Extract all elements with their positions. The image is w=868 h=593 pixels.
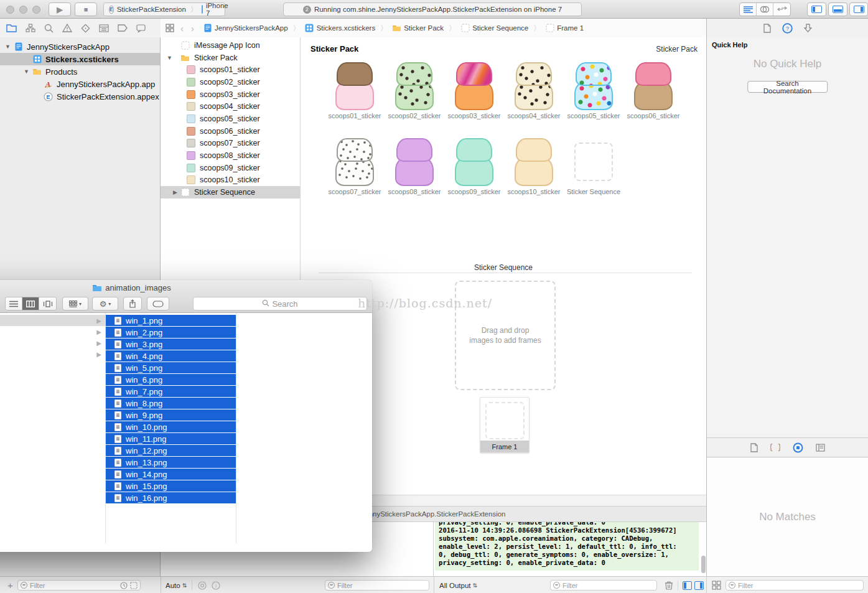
toggle-console-button[interactable]: [694, 577, 704, 593]
toggle-navigator-button[interactable]: [807, 2, 826, 16]
stop-button[interactable]: ■: [75, 2, 97, 16]
object-library-icon[interactable]: [816, 444, 825, 452]
outline-item-scoops07-sticker[interactable]: scoops07_sticker: [161, 138, 300, 150]
console-scope-popup[interactable]: All Output ⇅: [439, 577, 477, 593]
finder-file-win-4-png[interactable]: win_4.png: [106, 350, 236, 362]
related-items-icon[interactable]: [166, 24, 174, 32]
tests-icon[interactable]: [81, 24, 90, 33]
zoom-icon[interactable]: [32, 6, 40, 14]
list-view-button[interactable]: [6, 297, 22, 310]
outline-item-sticker-pack[interactable]: ▼Sticker Pack: [161, 52, 300, 64]
finder-folder-resource[interactable]: resource▶: [0, 337, 105, 348]
arrange-button[interactable]: ▾: [62, 297, 88, 311]
recent-files-clock-icon[interactable]: [120, 582, 128, 589]
finder-file-win-2-png[interactable]: win_2.png: [106, 327, 236, 338]
finder-window[interactable]: animation_images ▾ ⚙ ▾ Search: [0, 280, 372, 552]
unsaved-files-icon[interactable]: [130, 582, 138, 589]
finder-file-win-9-png[interactable]: win_9.png: [106, 409, 236, 421]
console-filter[interactable]: [550, 580, 657, 591]
finder-titlebar[interactable]: animation_images ▾ ⚙ ▾ Search: [0, 280, 372, 313]
variables-filter[interactable]: [325, 580, 429, 591]
toggle-debug-area-button[interactable]: [828, 2, 847, 16]
finder-file-win-8-png[interactable]: win_8.png: [106, 398, 236, 409]
code-snippet-library-icon[interactable]: { }: [770, 443, 780, 452]
finder-folder-stickerpack[interactable]: StickerPack▶: [0, 348, 105, 360]
sticker-cell-scoops02_sticker[interactable]: scoops02_sticker: [385, 58, 444, 120]
finder-file-win-14-png[interactable]: win_14.png: [106, 469, 236, 480]
sequence-dropzone[interactable]: Drag and drop images to add frames: [455, 281, 556, 390]
share-button[interactable]: [123, 297, 142, 311]
outline-item-scoops01-sticker[interactable]: scoops01_sticker: [161, 63, 300, 76]
issues-icon[interactable]: [62, 24, 72, 32]
action-button[interactable]: ⚙ ▾: [92, 297, 118, 311]
finder-search-field[interactable]: Search: [193, 297, 367, 311]
run-button[interactable]: ▶: [49, 2, 71, 16]
column-view-button[interactable]: [22, 297, 39, 310]
sticker-cell-scoops07_sticker[interactable]: scoops07_sticker: [325, 134, 385, 196]
flag-filter-icon[interactable]: [198, 577, 207, 593]
finder-file-win-1-png[interactable]: win_1.png: [106, 315, 236, 326]
breadcrumb-item-sticker-sequence[interactable]: Sticker Sequence: [460, 24, 528, 33]
project-navigator-icon[interactable]: [6, 24, 17, 32]
trash-icon[interactable]: [665, 577, 673, 593]
breadcrumb-item-frame-1[interactable]: Frame 1: [545, 24, 584, 33]
version-editor-button[interactable]: [773, 3, 790, 16]
toggle-inspector-button[interactable]: [849, 2, 868, 16]
finder-folder-animation-images[interactable]: animation_images▶: [0, 315, 105, 326]
file-inspector-icon[interactable]: [763, 24, 771, 33]
finder-file-win-3-png[interactable]: win_3.png: [106, 339, 236, 350]
frame-1-card[interactable]: Frame 1: [480, 397, 530, 453]
library-filter[interactable]: [726, 580, 864, 591]
coverflow-view-button[interactable]: [39, 297, 56, 310]
outline-item-imessage-app-icon[interactable]: iMessage App Icon: [161, 39, 300, 52]
breadcrumb-item-sticker-pack[interactable]: Sticker Pack: [392, 24, 444, 33]
sticker-cell-scoops08_sticker[interactable]: scoops08_sticker: [385, 134, 444, 196]
disclosure-triangle[interactable]: ▼: [24, 68, 29, 75]
sticker-cell-scoops04_sticker[interactable]: scoops04_sticker: [504, 58, 564, 120]
back-icon[interactable]: ‹: [180, 23, 184, 34]
finder-file-win-15-png[interactable]: win_15.png: [106, 480, 236, 492]
disclosure-triangle[interactable]: ▼: [5, 44, 11, 50]
outline-item-scoops09-sticker[interactable]: scoops09_sticker: [161, 162, 300, 174]
breadcrumb-item-stickers-xcstickers[interactable]: Stickers.xcstickers: [305, 24, 376, 33]
disclosure-triangle[interactable]: ▼: [167, 55, 172, 61]
search-documentation-button[interactable]: Search Documentation: [747, 81, 828, 93]
outline-item-scoops03-sticker[interactable]: scoops03_sticker: [161, 88, 300, 101]
console-scrollbar[interactable]: [701, 556, 706, 573]
breadcrumb-item-jennystickerspackapp[interactable]: JennyStickersPackApp: [203, 24, 288, 33]
navigator-item-products[interactable]: ▼Products: [0, 65, 160, 78]
quick-help-icon[interactable]: ?: [782, 23, 793, 34]
search-icon[interactable]: [44, 24, 54, 33]
info-icon[interactable]: i: [212, 577, 220, 593]
file-template-library-icon[interactable]: [750, 443, 758, 452]
finder-file-win-16-png[interactable]: win_16.png: [106, 492, 236, 503]
export-icon[interactable]: [804, 24, 812, 33]
source-control-icon[interactable]: [26, 24, 35, 32]
debug-icon[interactable]: [99, 24, 109, 32]
forward-icon[interactable]: ›: [191, 23, 194, 34]
finder-file-win-7-png[interactable]: win_7.png: [106, 386, 236, 397]
finder-folder-pictures[interactable]: Pictures▶: [0, 326, 105, 337]
tags-button[interactable]: [147, 297, 169, 311]
add-icon[interactable]: +: [7, 577, 13, 593]
navigator-item-stickers-xcstickers[interactable]: Stickers.xcstickers: [0, 53, 160, 65]
assistant-editor-button[interactable]: [757, 3, 773, 16]
finder-file-win-11-png[interactable]: win_11.png: [106, 433, 236, 444]
sticker-cell-scoops01_sticker[interactable]: scoops01_sticker: [325, 58, 385, 120]
variables-filter-input[interactable]: [337, 582, 426, 589]
toggle-variables-button[interactable]: [683, 577, 692, 593]
reports-icon[interactable]: [136, 24, 146, 32]
library-filter-input[interactable]: [738, 582, 861, 589]
minimize-icon[interactable]: [19, 6, 27, 14]
media-library-icon[interactable]: [793, 442, 803, 453]
scheme-selector[interactable]: E StickerPackExtension 〉 iPhone 7: [103, 2, 225, 16]
outline-item-scoops08-sticker[interactable]: scoops08_sticker: [161, 149, 300, 162]
breakpoints-icon[interactable]: [118, 24, 128, 32]
standard-editor-button[interactable]: [740, 3, 757, 16]
outline-item-scoops04-sticker[interactable]: scoops04_sticker: [161, 100, 300, 113]
close-icon[interactable]: [6, 6, 14, 14]
outline-item-sticker-sequence[interactable]: ▶Sticker Sequence: [161, 186, 300, 198]
console-filter-input[interactable]: [562, 582, 654, 589]
outline-item-scoops10-sticker[interactable]: scoops10_sticker: [161, 174, 300, 187]
outline-item-scoops05-sticker[interactable]: scoops05_sticker: [161, 113, 300, 125]
